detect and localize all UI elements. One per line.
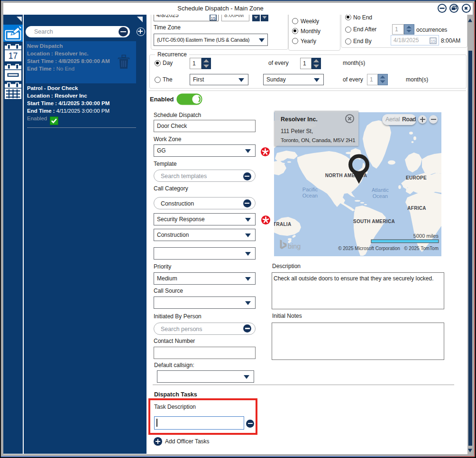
svg-text:EUROPE: EUROPE	[406, 175, 427, 180]
svg-text:Atlantic: Atlantic	[372, 187, 389, 193]
svg-text:bing: bing	[288, 242, 301, 250]
svg-text:5000 miles: 5000 miles	[413, 233, 439, 239]
svg-text:Pacific: Pacific	[302, 187, 318, 192]
svg-text:Ocean: Ocean	[302, 193, 318, 198]
svg-text:SOUTH AMERICA: SOUTH AMERICA	[353, 219, 395, 224]
svg-text:Ocean: Ocean	[373, 193, 388, 199]
svg-text:AFRICA: AFRICA	[407, 206, 426, 211]
svg-text:TRALIA: TRALIA	[274, 222, 291, 227]
svg-text:© 2025 Microsoft Corporation: © 2025 Microsoft Corporation © 2025 TomT…	[338, 246, 439, 251]
svg-text:17: 17	[9, 51, 18, 61]
svg-text:15: 15	[211, 16, 215, 21]
svg-text:15: 15	[430, 39, 435, 44]
